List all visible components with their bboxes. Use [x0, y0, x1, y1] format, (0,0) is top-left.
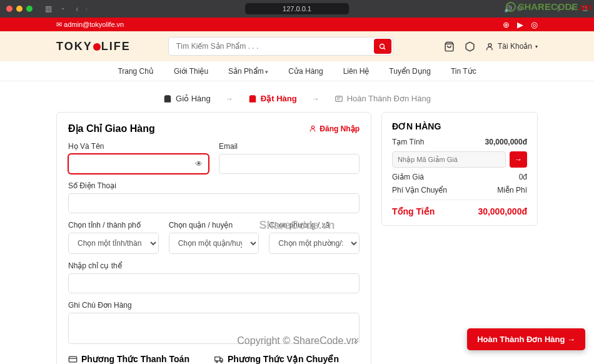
order-summary-panel: ĐƠN HÀNG Tạm Tính 30,000,000đ → Giảm Giá… — [381, 112, 538, 226]
admin-email: ✉ admin@tokyolife.vn — [56, 21, 124, 29]
header: TOKYLIFE Tài Khoản ▾ — [0, 31, 594, 61]
note-textarea[interactable] — [68, 313, 360, 344]
checkout-steps: Giỏ Hàng → Đặt Hàng → Hoàn Thành Đơn Hàn… — [0, 81, 594, 112]
email-input[interactable] — [219, 154, 360, 174]
svg-point-3 — [488, 43, 491, 46]
svg-rect-8 — [215, 356, 220, 360]
brand-logo[interactable]: TOKYLIFE — [56, 40, 131, 53]
shipping-value: Miễn Phí — [497, 186, 527, 195]
chevron-down-icon[interactable]: ⌄ — [61, 4, 66, 13]
address-label: Nhập chỉ cụ thể — [68, 261, 360, 270]
province-select[interactable]: Chọn một tỉnh/thành phố — [68, 233, 159, 254]
maximize-window-button[interactable] — [26, 6, 33, 12]
close-window-button[interactable] — [6, 6, 13, 12]
district-label: Chọn quận / huyện — [169, 221, 259, 230]
address-input[interactable] — [68, 273, 360, 293]
discount-value: 0đ — [519, 173, 527, 181]
url-text: 127.0.0.1 — [283, 5, 311, 13]
svg-point-0 — [380, 44, 384, 48]
discount-label: Giảm Giá — [392, 173, 424, 181]
nav-about[interactable]: Giới Thiệu — [174, 67, 208, 76]
district-select[interactable]: Chọn một quận/huyện — [169, 233, 259, 254]
top-bar: ✉ admin@tokyolife.vn ⊕ ▶ ◎ — [0, 18, 594, 31]
coupon-input[interactable] — [392, 151, 506, 168]
shipping-method-title: Phương Thức Vận Chuyển — [214, 354, 339, 364]
fullname-input[interactable] — [68, 154, 209, 174]
nav-products[interactable]: Sản Phẩm — [228, 67, 268, 76]
svg-point-9 — [216, 361, 218, 363]
instagram-icon[interactable]: ◎ — [531, 20, 538, 29]
svg-point-5 — [312, 126, 315, 128]
eye-icon[interactable]: 👁 — [195, 159, 203, 168]
phone-label: Số Điện Thoại — [68, 181, 360, 190]
search-input[interactable] — [168, 37, 393, 56]
back-button[interactable]: ‹ — [76, 4, 79, 14]
email-label: Email — [219, 142, 360, 151]
shipping-label: Phí Vận Chuyển — [392, 186, 447, 195]
nav-stores[interactable]: Cửa Hàng — [288, 67, 323, 76]
complete-order-button[interactable]: Hoàn Thành Đơn Hàng → — [467, 328, 585, 350]
facebook-icon[interactable]: ⊕ — [503, 20, 510, 29]
login-link[interactable]: Đăng Nhập — [309, 124, 360, 133]
ward-label: Chọn phường / xã — [269, 221, 360, 230]
forward-button[interactable]: › — [85, 4, 88, 14]
order-title: ĐƠN HÀNG — [392, 121, 527, 131]
svg-rect-6 — [69, 356, 77, 362]
svg-line-1 — [383, 48, 385, 49]
browser-chrome: ▥ ⌄ ‹ › 127.0.0.1 🔊 ↻ ⇧ + ⧉ — [0, 0, 594, 18]
nav-news[interactable]: Tin Tức — [451, 67, 476, 76]
nav-home[interactable]: Trang Chủ — [118, 67, 154, 76]
note-label: Ghi Chú Đơn Hàng — [68, 301, 360, 310]
arrow-icon: → — [226, 94, 233, 103]
watermark-logo: SHARECODE.vn — [506, 1, 591, 12]
shopping-bag-icon[interactable] — [444, 41, 455, 53]
minimize-window-button[interactable] — [16, 6, 23, 12]
youtube-icon[interactable]: ▶ — [517, 20, 523, 29]
shipping-address-panel: Địa Chỉ Giao Hàng Đăng Nhập Họ Và Tên 👁 … — [56, 112, 371, 364]
payment-method-title: Phương Thức Thanh Toán — [68, 354, 189, 364]
account-dropdown[interactable]: Tài Khoản ▾ — [485, 42, 538, 51]
total-value: 30,000,000đ — [478, 206, 527, 216]
search-button[interactable] — [374, 39, 391, 54]
step-cart[interactable]: Giỏ Hàng — [163, 94, 211, 103]
province-label: Chọn tỉnh / thành phố — [68, 221, 159, 230]
nav-contact[interactable]: Liên Hệ — [343, 67, 370, 76]
box-icon[interactable] — [465, 41, 475, 53]
phone-input[interactable] — [68, 193, 360, 213]
step-complete[interactable]: Hoàn Thành Đơn Hàng — [335, 94, 431, 103]
total-label: Tổng Tiền — [392, 206, 435, 216]
envelope-icon: ✉ — [56, 21, 62, 28]
fullname-label: Họ Và Tên — [68, 142, 209, 151]
sidebar-toggle-icon[interactable]: ▥ — [45, 4, 52, 13]
address-bar[interactable]: 127.0.0.1 — [245, 3, 349, 14]
apply-coupon-button[interactable]: → — [510, 151, 527, 168]
subtotal-label: Tạm Tính — [392, 138, 424, 146]
svg-point-10 — [221, 361, 223, 363]
nav-careers[interactable]: Tuyển Dụng — [389, 67, 431, 76]
subtotal-value: 30,000,000đ — [485, 138, 527, 146]
step-checkout[interactable]: Đặt Hàng — [248, 94, 297, 103]
arrow-icon: → — [312, 94, 320, 103]
panel-title: Địa Chỉ Giao Hàng — [68, 123, 155, 134]
ward-select[interactable]: Chọn một phường/xã — [269, 233, 360, 254]
main-nav: Trang Chủ Giới Thiệu Sản Phẩm Cửa Hàng L… — [0, 61, 594, 81]
